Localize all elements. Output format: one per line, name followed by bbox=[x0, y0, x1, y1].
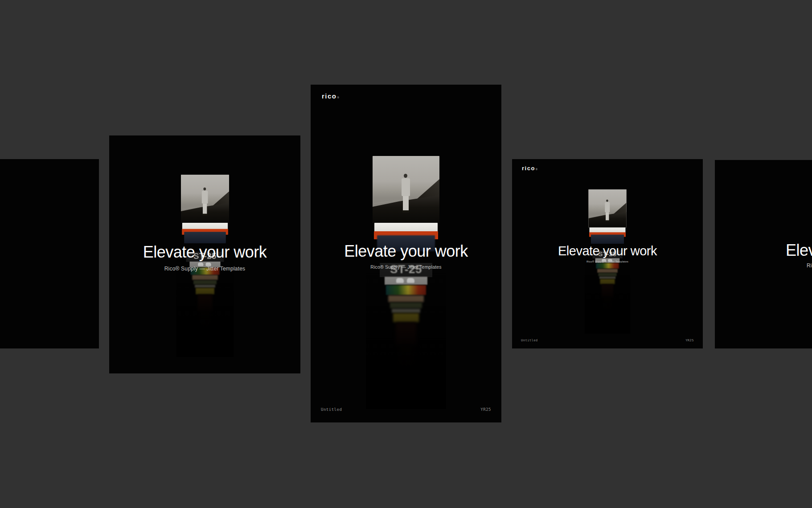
poster-subtitle: Rico® Supply — Jitter Templates bbox=[109, 266, 300, 271]
poster-title: Elevate your work bbox=[786, 242, 812, 258]
carousel-slide-4[interactable]: rico® ST-25 bbox=[512, 159, 703, 348]
fadeout-card bbox=[199, 311, 210, 330]
navy-card bbox=[591, 234, 624, 244]
poster-subtitle: Rico® Supply — Jitter Templates bbox=[311, 265, 501, 270]
cream-card bbox=[392, 309, 420, 313]
footer-year-code: YR25 bbox=[685, 339, 694, 342]
beach-photo bbox=[373, 156, 439, 223]
multicolor-card bbox=[386, 285, 426, 295]
poster-title: Elevate your work bbox=[311, 243, 501, 259]
fadeout-card bbox=[603, 297, 611, 312]
person-shoes bbox=[402, 210, 409, 213]
navy-card bbox=[184, 232, 226, 243]
yellow-card bbox=[196, 288, 214, 294]
poster-footer: Untitled YR25 bbox=[311, 407, 501, 412]
rico-logo: rico® bbox=[322, 93, 339, 99]
white-strip-card bbox=[182, 223, 227, 229]
maroon-card bbox=[396, 323, 416, 345]
person-suit bbox=[605, 202, 610, 213]
poster-subtitle: Rico® Supply — Jitter Templates bbox=[807, 263, 812, 268]
tan-card bbox=[192, 275, 218, 280]
white-strip-card bbox=[374, 223, 438, 232]
poster-title: Elevate your work bbox=[109, 244, 300, 260]
sneaker-left bbox=[396, 278, 404, 283]
person-shoes bbox=[202, 214, 207, 216]
sneaker-card bbox=[385, 277, 427, 285]
registered-mark-icon: ® bbox=[536, 168, 537, 171]
carousel-canvas: ST-25 Elevate your work Rico® Supply — J… bbox=[0, 0, 812, 508]
maroon-card bbox=[197, 295, 212, 311]
registered-mark-icon: ® bbox=[337, 96, 339, 99]
tan-card bbox=[388, 295, 424, 302]
person-legs bbox=[202, 204, 206, 214]
person-figure bbox=[201, 188, 208, 217]
person-figure bbox=[604, 200, 611, 223]
olive-card bbox=[193, 280, 217, 284]
person-legs bbox=[606, 212, 609, 220]
poster-footer: Untitled YR25 bbox=[512, 339, 703, 342]
white-strip-card bbox=[590, 228, 626, 233]
poster-stack: ST-25 bbox=[181, 175, 229, 354]
cream-card bbox=[599, 277, 615, 279]
footer-year-code: YR25 bbox=[480, 407, 491, 412]
poster-title: Elevate your work bbox=[512, 245, 703, 258]
footer-project-name: Untitled bbox=[521, 339, 538, 342]
maroon-card bbox=[602, 284, 613, 297]
olive-card bbox=[390, 303, 422, 308]
person-suit bbox=[402, 178, 410, 196]
multicolor-card bbox=[596, 263, 619, 269]
person-head bbox=[203, 188, 206, 190]
rico-logo: rico® bbox=[522, 165, 537, 171]
yellow-card bbox=[393, 313, 419, 322]
footer-project-name: Untitled bbox=[321, 407, 342, 412]
tan-card bbox=[597, 269, 618, 273]
person-figure bbox=[400, 174, 411, 215]
carousel-slide-1[interactable] bbox=[0, 159, 99, 348]
beach-photo bbox=[588, 189, 627, 228]
rico-logo-text: rico bbox=[322, 92, 337, 100]
sneaker-right bbox=[407, 278, 414, 283]
poster-subtitle: Rico® Supply — Jitter Templates bbox=[512, 260, 703, 263]
person-shoes bbox=[605, 221, 609, 222]
carousel-slide-3[interactable]: rico® ST-25 bbox=[311, 85, 501, 422]
fadeout-card bbox=[398, 345, 414, 372]
carousel-slide-5[interactable]: Elevate your work Rico® Supply — Jitter … bbox=[715, 160, 812, 348]
rico-logo-text: rico bbox=[522, 165, 535, 172]
person-head bbox=[404, 174, 407, 178]
person-legs bbox=[403, 196, 409, 210]
carousel-slide-2[interactable]: ST-25 Elevate your work Rico® Supply — J… bbox=[109, 135, 300, 373]
person-suit bbox=[201, 191, 208, 204]
cream-card bbox=[194, 285, 215, 287]
poster-stack: ST-25 bbox=[373, 156, 439, 406]
olive-card bbox=[598, 273, 616, 276]
person-head bbox=[606, 200, 608, 202]
yellow-card bbox=[600, 279, 615, 284]
beach-photo bbox=[181, 175, 229, 223]
